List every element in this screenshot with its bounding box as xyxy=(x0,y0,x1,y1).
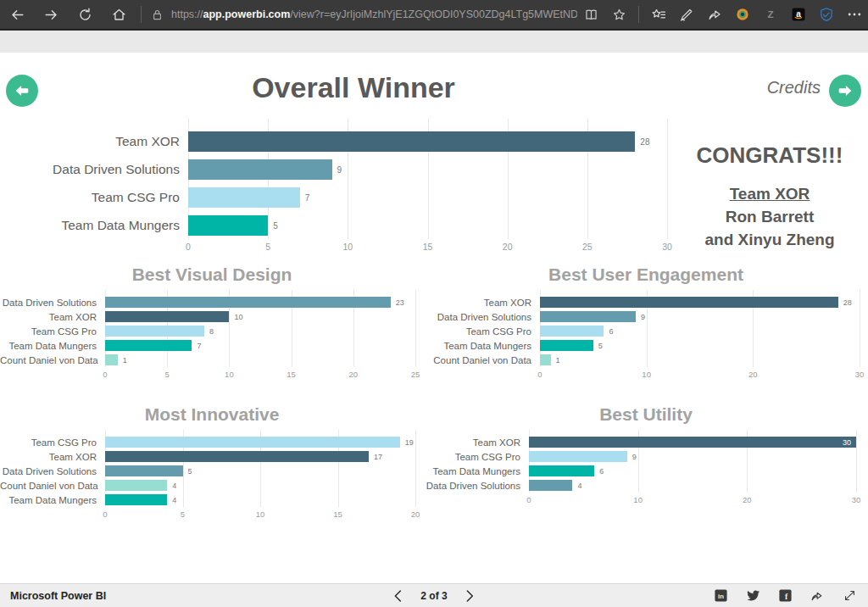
bar[interactable] xyxy=(529,437,856,448)
back-icon xyxy=(9,7,25,23)
chart-best-visual-design: Data Driven Solutions23Team XOR10Team CS… xyxy=(0,295,424,381)
bar-value-label: 10 xyxy=(234,313,242,321)
next-report-page-button[interactable] xyxy=(466,590,475,602)
category-charts-grid: Best Visual Design Data Driven Solutions… xyxy=(0,265,868,521)
bar[interactable] xyxy=(188,215,268,236)
bar[interactable] xyxy=(105,465,183,476)
bar[interactable] xyxy=(540,326,604,337)
x-axis-tick: 0 xyxy=(103,370,107,379)
bar[interactable] xyxy=(105,354,118,365)
x-axis-tick: 10 xyxy=(342,242,353,252)
bar[interactable] xyxy=(105,451,369,462)
bar-track: 1 xyxy=(540,354,860,365)
x-axis-tick: 30 xyxy=(852,495,861,504)
bar[interactable] xyxy=(105,494,167,505)
powerbi-brand-link[interactable]: Microsoft Power BI xyxy=(10,590,106,602)
extension-amazon[interactable]: a xyxy=(784,0,812,29)
winning-team-name: Team XOR xyxy=(671,182,868,205)
bar-track: 23 xyxy=(105,297,415,308)
category-label: Team Data Mungers xyxy=(424,341,540,351)
x-axis-tick: 5 xyxy=(265,242,270,252)
x-axis-tick: 15 xyxy=(287,370,296,379)
previous-page-button[interactable] xyxy=(6,75,38,107)
reading-view-button[interactable] xyxy=(577,0,605,29)
chevron-left-icon xyxy=(393,590,402,602)
bar-value-label: 7 xyxy=(197,342,201,350)
toolbar-divider xyxy=(638,6,639,23)
x-axis-tick: 5 xyxy=(165,370,170,379)
linkedin-icon: in xyxy=(718,593,724,600)
share-button[interactable] xyxy=(700,0,728,29)
star-icon xyxy=(611,7,627,23)
bar[interactable] xyxy=(188,131,635,152)
category-label: Count Daniel von Data xyxy=(0,481,105,491)
chart-best-utility: Team XOR30Team CSG Pro9Team Data Mungers… xyxy=(424,435,868,506)
bar-value-label: 6 xyxy=(599,467,604,476)
bar[interactable] xyxy=(105,480,167,491)
prev-report-page-button[interactable] xyxy=(393,590,402,602)
bar[interactable] xyxy=(540,311,636,322)
bar[interactable] xyxy=(540,354,551,365)
footer-action-icons: in f xyxy=(709,585,861,607)
extension-shield[interactable] xyxy=(812,0,840,29)
x-axis-tick: 20 xyxy=(411,510,420,519)
more-menu-button[interactable] xyxy=(840,0,868,29)
bar[interactable] xyxy=(188,187,300,208)
ellipsis-icon xyxy=(846,6,863,23)
category-label: Team CSG Pro xyxy=(424,326,540,337)
category-label: Data Driven Solutions xyxy=(0,162,188,177)
bar-row: Team CSG Pro19 xyxy=(0,435,424,449)
url-text[interactable]: https://app.powerbi.com/view?r=eyJrIjoiM… xyxy=(171,8,577,20)
share-facebook-button[interactable]: f xyxy=(773,585,797,607)
x-axis-tick: 10 xyxy=(256,510,265,519)
bar[interactable] xyxy=(529,480,572,491)
back-button[interactable] xyxy=(0,0,34,29)
bar-track: 9 xyxy=(188,159,667,180)
bar[interactable] xyxy=(529,465,594,476)
bar-track: 6 xyxy=(540,326,860,337)
category-label: Team XOR xyxy=(0,134,188,149)
refresh-button[interactable] xyxy=(68,0,102,29)
address-bar[interactable]: https://app.powerbi.com/view?r=eyJrIjoiM… xyxy=(147,0,633,29)
pen-icon xyxy=(678,6,695,23)
share-linkedin-button[interactable]: in xyxy=(709,585,732,607)
chart-title: Best Visual Design xyxy=(0,265,424,285)
shield-icon xyxy=(818,6,835,23)
bar-track: 17 xyxy=(105,451,415,462)
extension-colored-circle[interactable] xyxy=(728,0,756,29)
bar-track: 4 xyxy=(105,480,415,491)
favorites-hub-button[interactable] xyxy=(644,0,672,29)
bar[interactable] xyxy=(540,340,593,351)
chart-most-innovative: Team CSG Pro19Team XOR17Data Driven Solu… xyxy=(0,435,424,521)
bar[interactable] xyxy=(105,297,391,308)
report-header: Overall Winner Credits xyxy=(0,53,868,124)
bar[interactable] xyxy=(540,297,838,308)
category-label: Team XOR xyxy=(424,298,540,308)
bar-row: Team CSG Pro8 xyxy=(0,324,424,338)
bar[interactable] xyxy=(105,340,192,351)
x-axis-tick: 15 xyxy=(423,242,433,252)
category-label: Data Driven Solutions xyxy=(0,466,105,476)
powerbi-footer-bar: Microsoft Power BI 2 of 3 in f xyxy=(0,583,868,607)
share-report-button[interactable] xyxy=(805,585,829,607)
extension-z[interactable]: Z xyxy=(756,0,784,29)
x-axis-tick: 20 xyxy=(743,495,752,504)
bar-row: Team CSG Pro6 xyxy=(424,324,868,338)
bar-track: 4 xyxy=(105,494,415,505)
share-twitter-button[interactable] xyxy=(741,585,765,607)
bar[interactable] xyxy=(105,326,204,337)
add-favorite-button[interactable] xyxy=(605,0,633,29)
fullscreen-button[interactable] xyxy=(837,585,861,607)
bar-row: Team XOR28 xyxy=(0,127,671,155)
bar[interactable] xyxy=(105,437,400,448)
bar-row: Team CSG Pro7 xyxy=(0,183,671,211)
bar[interactable] xyxy=(188,159,332,180)
bar[interactable] xyxy=(105,311,229,322)
bar[interactable] xyxy=(529,451,627,462)
home-button[interactable] xyxy=(102,0,136,29)
bar-track: 28 xyxy=(188,131,667,152)
bar-track: 8 xyxy=(105,326,415,337)
next-page-button[interactable] xyxy=(829,75,861,107)
forward-button[interactable] xyxy=(34,0,68,29)
web-note-button[interactable] xyxy=(672,0,700,29)
